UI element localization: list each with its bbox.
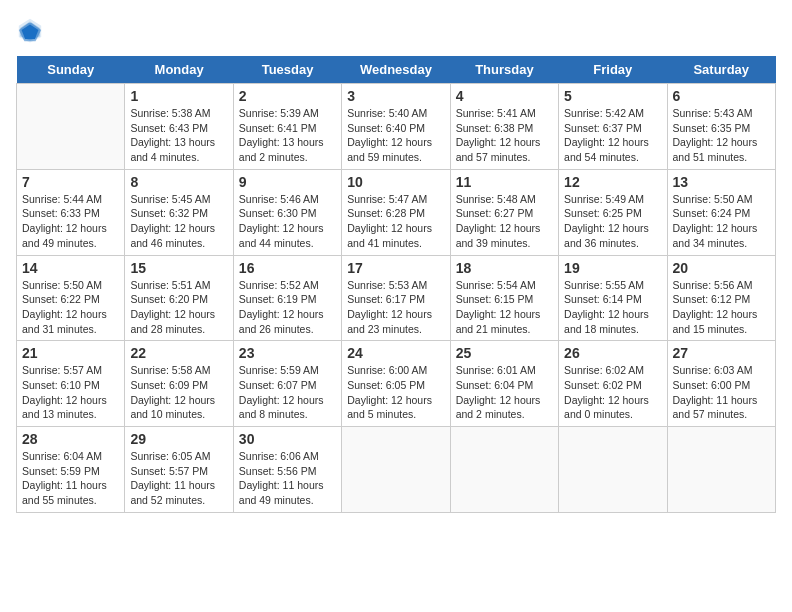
day-info: Sunrise: 6:06 AM Sunset: 5:56 PM Dayligh… xyxy=(239,449,336,508)
day-number: 5 xyxy=(564,88,661,104)
day-number: 11 xyxy=(456,174,553,190)
day-info: Sunrise: 6:01 AM Sunset: 6:04 PM Dayligh… xyxy=(456,363,553,422)
calendar-cell: 4Sunrise: 5:41 AM Sunset: 6:38 PM Daylig… xyxy=(450,84,558,170)
day-info: Sunrise: 6:03 AM Sunset: 6:00 PM Dayligh… xyxy=(673,363,770,422)
calendar-cell: 20Sunrise: 5:56 AM Sunset: 6:12 PM Dayli… xyxy=(667,255,775,341)
day-info: Sunrise: 5:45 AM Sunset: 6:32 PM Dayligh… xyxy=(130,192,227,251)
calendar-cell: 12Sunrise: 5:49 AM Sunset: 6:25 PM Dayli… xyxy=(559,169,667,255)
day-number: 1 xyxy=(130,88,227,104)
calendar-cell: 27Sunrise: 6:03 AM Sunset: 6:00 PM Dayli… xyxy=(667,341,775,427)
calendar-cell xyxy=(559,427,667,513)
day-info: Sunrise: 5:49 AM Sunset: 6:25 PM Dayligh… xyxy=(564,192,661,251)
calendar-cell: 1Sunrise: 5:38 AM Sunset: 6:43 PM Daylig… xyxy=(125,84,233,170)
day-number: 2 xyxy=(239,88,336,104)
day-number: 29 xyxy=(130,431,227,447)
calendar-table: SundayMondayTuesdayWednesdayThursdayFrid… xyxy=(16,56,776,513)
day-info: Sunrise: 5:46 AM Sunset: 6:30 PM Dayligh… xyxy=(239,192,336,251)
calendar-cell: 8Sunrise: 5:45 AM Sunset: 6:32 PM Daylig… xyxy=(125,169,233,255)
day-number: 23 xyxy=(239,345,336,361)
calendar-cell: 14Sunrise: 5:50 AM Sunset: 6:22 PM Dayli… xyxy=(17,255,125,341)
calendar-cell: 15Sunrise: 5:51 AM Sunset: 6:20 PM Dayli… xyxy=(125,255,233,341)
week-row-4: 21Sunrise: 5:57 AM Sunset: 6:10 PM Dayli… xyxy=(17,341,776,427)
day-number: 4 xyxy=(456,88,553,104)
calendar-cell: 24Sunrise: 6:00 AM Sunset: 6:05 PM Dayli… xyxy=(342,341,450,427)
day-info: Sunrise: 5:56 AM Sunset: 6:12 PM Dayligh… xyxy=(673,278,770,337)
week-row-5: 28Sunrise: 6:04 AM Sunset: 5:59 PM Dayli… xyxy=(17,427,776,513)
day-info: Sunrise: 5:55 AM Sunset: 6:14 PM Dayligh… xyxy=(564,278,661,337)
calendar-cell xyxy=(17,84,125,170)
day-number: 8 xyxy=(130,174,227,190)
day-info: Sunrise: 6:02 AM Sunset: 6:02 PM Dayligh… xyxy=(564,363,661,422)
calendar-cell xyxy=(667,427,775,513)
calendar-cell xyxy=(342,427,450,513)
calendar-cell: 5Sunrise: 5:42 AM Sunset: 6:37 PM Daylig… xyxy=(559,84,667,170)
calendar-cell: 9Sunrise: 5:46 AM Sunset: 6:30 PM Daylig… xyxy=(233,169,341,255)
calendar-cell: 17Sunrise: 5:53 AM Sunset: 6:17 PM Dayli… xyxy=(342,255,450,341)
week-row-3: 14Sunrise: 5:50 AM Sunset: 6:22 PM Dayli… xyxy=(17,255,776,341)
day-number: 28 xyxy=(22,431,119,447)
day-number: 17 xyxy=(347,260,444,276)
calendar-cell: 25Sunrise: 6:01 AM Sunset: 6:04 PM Dayli… xyxy=(450,341,558,427)
calendar-cell: 16Sunrise: 5:52 AM Sunset: 6:19 PM Dayli… xyxy=(233,255,341,341)
day-info: Sunrise: 5:59 AM Sunset: 6:07 PM Dayligh… xyxy=(239,363,336,422)
day-info: Sunrise: 5:50 AM Sunset: 6:24 PM Dayligh… xyxy=(673,192,770,251)
days-header-row: SundayMondayTuesdayWednesdayThursdayFrid… xyxy=(17,56,776,84)
day-number: 16 xyxy=(239,260,336,276)
day-header-wednesday: Wednesday xyxy=(342,56,450,84)
day-info: Sunrise: 5:43 AM Sunset: 6:35 PM Dayligh… xyxy=(673,106,770,165)
day-header-sunday: Sunday xyxy=(17,56,125,84)
day-info: Sunrise: 6:05 AM Sunset: 5:57 PM Dayligh… xyxy=(130,449,227,508)
calendar-cell: 6Sunrise: 5:43 AM Sunset: 6:35 PM Daylig… xyxy=(667,84,775,170)
calendar-cell: 26Sunrise: 6:02 AM Sunset: 6:02 PM Dayli… xyxy=(559,341,667,427)
day-number: 30 xyxy=(239,431,336,447)
day-info: Sunrise: 5:42 AM Sunset: 6:37 PM Dayligh… xyxy=(564,106,661,165)
calendar-cell xyxy=(450,427,558,513)
calendar-cell: 11Sunrise: 5:48 AM Sunset: 6:27 PM Dayli… xyxy=(450,169,558,255)
day-number: 7 xyxy=(22,174,119,190)
calendar-cell: 13Sunrise: 5:50 AM Sunset: 6:24 PM Dayli… xyxy=(667,169,775,255)
calendar-cell: 18Sunrise: 5:54 AM Sunset: 6:15 PM Dayli… xyxy=(450,255,558,341)
day-info: Sunrise: 5:51 AM Sunset: 6:20 PM Dayligh… xyxy=(130,278,227,337)
day-number: 20 xyxy=(673,260,770,276)
day-number: 6 xyxy=(673,88,770,104)
day-info: Sunrise: 5:58 AM Sunset: 6:09 PM Dayligh… xyxy=(130,363,227,422)
calendar-cell: 7Sunrise: 5:44 AM Sunset: 6:33 PM Daylig… xyxy=(17,169,125,255)
day-info: Sunrise: 6:04 AM Sunset: 5:59 PM Dayligh… xyxy=(22,449,119,508)
day-header-tuesday: Tuesday xyxy=(233,56,341,84)
day-info: Sunrise: 5:48 AM Sunset: 6:27 PM Dayligh… xyxy=(456,192,553,251)
day-info: Sunrise: 5:52 AM Sunset: 6:19 PM Dayligh… xyxy=(239,278,336,337)
day-number: 3 xyxy=(347,88,444,104)
day-number: 14 xyxy=(22,260,119,276)
day-number: 26 xyxy=(564,345,661,361)
day-info: Sunrise: 5:41 AM Sunset: 6:38 PM Dayligh… xyxy=(456,106,553,165)
day-number: 13 xyxy=(673,174,770,190)
day-info: Sunrise: 5:44 AM Sunset: 6:33 PM Dayligh… xyxy=(22,192,119,251)
calendar-cell: 28Sunrise: 6:04 AM Sunset: 5:59 PM Dayli… xyxy=(17,427,125,513)
day-number: 19 xyxy=(564,260,661,276)
page-header xyxy=(16,16,776,44)
day-info: Sunrise: 5:57 AM Sunset: 6:10 PM Dayligh… xyxy=(22,363,119,422)
day-info: Sunrise: 5:39 AM Sunset: 6:41 PM Dayligh… xyxy=(239,106,336,165)
day-info: Sunrise: 5:47 AM Sunset: 6:28 PM Dayligh… xyxy=(347,192,444,251)
logo-icon xyxy=(16,16,44,44)
calendar-cell: 21Sunrise: 5:57 AM Sunset: 6:10 PM Dayli… xyxy=(17,341,125,427)
day-number: 15 xyxy=(130,260,227,276)
day-number: 9 xyxy=(239,174,336,190)
calendar-cell: 2Sunrise: 5:39 AM Sunset: 6:41 PM Daylig… xyxy=(233,84,341,170)
day-header-thursday: Thursday xyxy=(450,56,558,84)
calendar-cell: 23Sunrise: 5:59 AM Sunset: 6:07 PM Dayli… xyxy=(233,341,341,427)
calendar-cell: 10Sunrise: 5:47 AM Sunset: 6:28 PM Dayli… xyxy=(342,169,450,255)
day-info: Sunrise: 5:54 AM Sunset: 6:15 PM Dayligh… xyxy=(456,278,553,337)
day-header-monday: Monday xyxy=(125,56,233,84)
day-number: 22 xyxy=(130,345,227,361)
day-number: 27 xyxy=(673,345,770,361)
calendar-cell: 3Sunrise: 5:40 AM Sunset: 6:40 PM Daylig… xyxy=(342,84,450,170)
day-number: 10 xyxy=(347,174,444,190)
calendar-cell: 22Sunrise: 5:58 AM Sunset: 6:09 PM Dayli… xyxy=(125,341,233,427)
day-number: 18 xyxy=(456,260,553,276)
day-number: 21 xyxy=(22,345,119,361)
day-number: 25 xyxy=(456,345,553,361)
calendar-cell: 19Sunrise: 5:55 AM Sunset: 6:14 PM Dayli… xyxy=(559,255,667,341)
week-row-2: 7Sunrise: 5:44 AM Sunset: 6:33 PM Daylig… xyxy=(17,169,776,255)
day-header-friday: Friday xyxy=(559,56,667,84)
